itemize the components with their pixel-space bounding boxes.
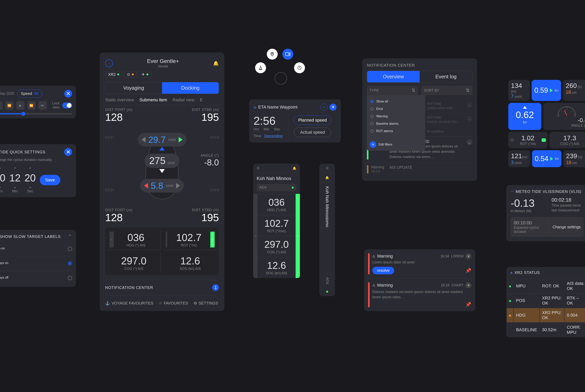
close-icon[interactable]: ✕ bbox=[64, 148, 72, 156]
filter-baseline[interactable]: Baseline alarms bbox=[370, 120, 423, 128]
tab-eventlog[interactable]: Event log bbox=[420, 71, 472, 82]
speed-pill[interactable]: Speed 8K bbox=[17, 90, 42, 98]
pin-icon[interactable] bbox=[267, 49, 278, 60]
next-handle[interactable]: › bbox=[542, 138, 546, 142]
svg-line-10 bbox=[574, 114, 575, 115]
prev-handle[interactable]: ‹ bbox=[109, 232, 114, 248]
clock-icon[interactable] bbox=[294, 62, 305, 73]
compass-chip[interactable]: ⊙ bbox=[124, 71, 137, 78]
chevron-down-icon: ⌄ bbox=[467, 116, 473, 122]
xr2-chip[interactable]: XR2 bbox=[105, 71, 122, 78]
filter-show-all[interactable]: Show all bbox=[370, 98, 423, 105]
rot-value: 102.7 bbox=[167, 232, 210, 243]
table-row: HDG XR2 PPU: OK 0.004 bbox=[507, 308, 585, 322]
skip-back-icon[interactable]: ⏮ bbox=[0, 101, 2, 110]
prev-handle[interactable]: ‹ bbox=[510, 138, 514, 142]
meteo-title: METEO TIDE VLISSINGEN (VLIS) bbox=[516, 190, 582, 194]
settings-link[interactable]: ⚙SETTINGS bbox=[194, 301, 218, 306]
rewind-icon[interactable]: ⏪ bbox=[5, 101, 14, 110]
xr2-title: XR2 STATUS bbox=[515, 270, 540, 275]
list-icon[interactable]: ☰ bbox=[323, 164, 331, 173]
dist-stbd: 195 bbox=[192, 112, 219, 122]
voyage-favourites[interactable]: ⚓VOYAGE FAVOURITES bbox=[105, 301, 153, 306]
chevron-up-icon[interactable]: ⌃ bbox=[68, 234, 72, 239]
radial-center[interactable] bbox=[275, 72, 287, 84]
ticket-icon[interactable] bbox=[282, 49, 293, 60]
actual-speed-button[interactable]: Actual speed bbox=[294, 128, 331, 137]
pin-icon[interactable]: 📌 bbox=[466, 268, 471, 273]
star-icon: ☆ bbox=[159, 301, 162, 306]
tab-overview[interactable]: Overview bbox=[367, 71, 420, 82]
up-arrow-icon bbox=[159, 147, 165, 150]
eta-time: 2:56 bbox=[254, 114, 283, 127]
speed-widget: 0.59 kn bbox=[532, 80, 561, 101]
timeline-slider[interactable] bbox=[0, 113, 72, 114]
radio-always-off[interactable]: Always off bbox=[0, 273, 72, 283]
back-button[interactable]: ‹ bbox=[105, 60, 113, 67]
tab-docking[interactable]: Docking bbox=[162, 82, 219, 94]
save-button[interactable]: Save bbox=[40, 175, 60, 185]
prev-handle[interactable]: ‹ bbox=[253, 194, 257, 278]
notif-count: 1 bbox=[212, 284, 219, 291]
favourites[interactable]: ☆FAVOURITES bbox=[159, 301, 188, 306]
list-icon[interactable]: ☰ bbox=[257, 166, 259, 170]
svg-line-7 bbox=[562, 111, 563, 112]
down-arrow-icon bbox=[159, 169, 165, 173]
status-icon: ◈ bbox=[510, 271, 513, 274]
cone-icon[interactable] bbox=[255, 62, 266, 73]
bell-icon[interactable]: 🔔 bbox=[323, 173, 332, 182]
nav-chip[interactable]: ✈ bbox=[139, 71, 151, 78]
close-icon[interactable]: ✕ bbox=[466, 282, 471, 288]
close-icon[interactable]: ✕ bbox=[330, 104, 337, 111]
chevron-down-icon: ⌄ bbox=[467, 139, 473, 145]
hdg-value: 036 bbox=[114, 232, 158, 243]
hrs-stepper[interactable]: ⌃ 00 ⌄ Hrs bbox=[0, 166, 5, 193]
edit-filters[interactable]: ✎ Edit filters bbox=[370, 140, 423, 148]
play-icon[interactable]: ▶ bbox=[16, 101, 24, 110]
stern-speed: 5.8 cm/s bbox=[140, 179, 184, 192]
list-item[interactable]: Warning15:53 AIS UPDATE bbox=[367, 162, 473, 176]
pin-icon[interactable]: 📌 bbox=[466, 302, 471, 307]
vessel-subtitle: Vessle bbox=[113, 64, 213, 68]
subtab-radial[interactable]: Radial view bbox=[172, 98, 195, 102]
radio-auto[interactable]: Auto on bbox=[0, 244, 72, 254]
close-icon[interactable]: ✕ bbox=[64, 90, 72, 98]
dist-port: 128 bbox=[105, 112, 132, 122]
sort-descending[interactable]: Descending bbox=[264, 134, 283, 138]
table-row: MPU ROT: OK AIS data: OK bbox=[507, 279, 585, 293]
adx-label: ADX bbox=[323, 274, 332, 287]
resolve-button[interactable]: resolve bbox=[372, 267, 394, 274]
sort-select[interactable]: SORT BY⇅ bbox=[421, 86, 473, 95]
filter-error[interactable]: Error bbox=[370, 105, 423, 112]
type-select[interactable]: TYPE⇅ bbox=[367, 86, 418, 95]
bell-icon[interactable]: 🔔 bbox=[292, 166, 296, 170]
subtab-more[interactable]: E bbox=[200, 98, 203, 102]
min-stepper[interactable]: ⌃ 12 ⌄ Min bbox=[9, 166, 21, 193]
notif-center-label[interactable]: NOTIFICATION CENTER bbox=[105, 286, 153, 290]
radio-always-on[interactable]: Always on bbox=[0, 258, 72, 268]
gear-icon: ⚙ bbox=[194, 301, 197, 306]
subtab-submenu[interactable]: Submenu item bbox=[139, 98, 167, 102]
tide-title: TIDE QUICK SETTINGS bbox=[0, 150, 45, 154]
vessel-title: Ever Gentle+ bbox=[113, 58, 213, 64]
tab-voyaging[interactable]: Voyaging bbox=[105, 82, 162, 94]
angle-value: -8.0 bbox=[201, 158, 219, 167]
tide-value: -0.13 bbox=[511, 197, 543, 209]
close-icon[interactable]: ✕ bbox=[466, 253, 471, 259]
subtab-static[interactable]: Static overview bbox=[105, 98, 134, 102]
sec-stepper[interactable]: ⌃ 20 ⌄ Sec bbox=[24, 166, 36, 193]
filter-warning[interactable]: Warning bbox=[370, 112, 423, 120]
edit-icon[interactable]: ✎ bbox=[321, 104, 328, 111]
lock-view-toggle[interactable] bbox=[62, 102, 72, 108]
bell-icon[interactable]: 🔔 bbox=[213, 60, 219, 66]
filter-rot[interactable]: ROT alarms bbox=[370, 128, 423, 135]
skip-fwd-icon[interactable]: ⏭ bbox=[38, 101, 47, 110]
tide-subtitle: Change the cyclus duration manually. bbox=[0, 158, 72, 162]
change-settings[interactable]: Change settings bbox=[553, 225, 581, 229]
slow-target-title: SHOW SLOW TARGET LABELS bbox=[0, 234, 60, 239]
next-handle[interactable]: › bbox=[296, 194, 300, 278]
planned-speed-button[interactable]: Planned speed bbox=[294, 116, 331, 125]
next-handle[interactable]: › bbox=[210, 232, 215, 248]
forward-icon[interactable]: ⏩ bbox=[27, 101, 36, 110]
adx-chip[interactable]: ADX bbox=[259, 186, 267, 190]
